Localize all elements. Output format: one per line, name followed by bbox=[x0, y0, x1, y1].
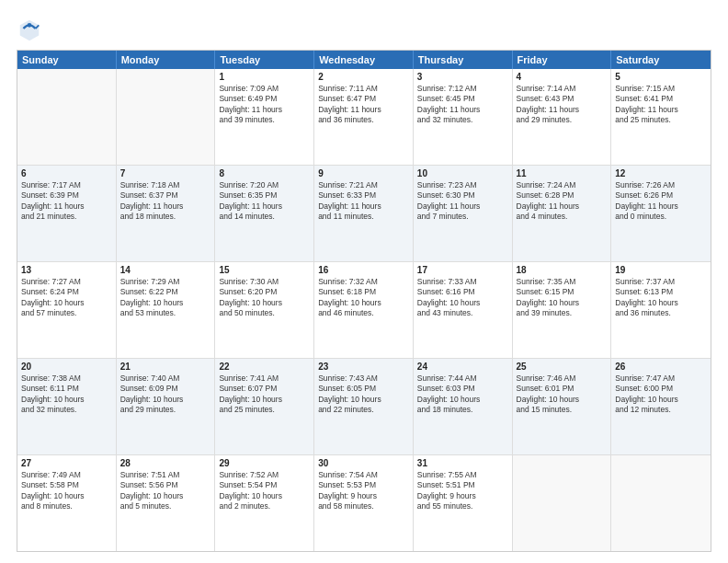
calendar-cell: 10Sunrise: 7:23 AMSunset: 6:30 PMDayligh… bbox=[414, 166, 513, 261]
calendar-cell: 21Sunrise: 7:40 AMSunset: 6:09 PMDayligh… bbox=[117, 359, 216, 454]
day-number: 2 bbox=[318, 72, 409, 82]
cell-info: Sunrise: 7:51 AMSunset: 5:56 PMDaylight:… bbox=[120, 470, 211, 512]
day-number: 10 bbox=[417, 168, 508, 178]
calendar-cell: 13Sunrise: 7:27 AMSunset: 6:24 PMDayligh… bbox=[17, 262, 117, 358]
calendar-cell: 19Sunrise: 7:37 AMSunset: 6:13 PMDayligh… bbox=[611, 262, 711, 358]
cell-info: Sunrise: 7:21 AMSunset: 6:33 PMDaylight:… bbox=[318, 180, 409, 223]
calendar-cell: 27Sunrise: 7:49 AMSunset: 5:58 PMDayligh… bbox=[17, 455, 117, 551]
calendar-cell: 15Sunrise: 7:30 AMSunset: 6:20 PMDayligh… bbox=[215, 262, 314, 358]
cell-info: Sunrise: 7:18 AMSunset: 6:37 PMDaylight:… bbox=[120, 180, 211, 223]
cell-info: Sunrise: 7:23 AMSunset: 6:30 PMDaylight:… bbox=[417, 180, 508, 223]
calendar-row: 6Sunrise: 7:17 AMSunset: 6:39 PMDaylight… bbox=[17, 166, 711, 262]
calendar-body: 1Sunrise: 7:09 AMSunset: 6:49 PMDaylight… bbox=[17, 69, 711, 551]
cell-info: Sunrise: 7:35 AMSunset: 6:15 PMDaylight:… bbox=[517, 277, 608, 319]
calendar-cell: 11Sunrise: 7:24 AMSunset: 6:28 PMDayligh… bbox=[513, 166, 612, 261]
calendar-cell: 5Sunrise: 7:15 AMSunset: 6:41 PMDaylight… bbox=[611, 69, 711, 165]
weekday-header: Friday bbox=[513, 51, 612, 69]
cell-info: Sunrise: 7:26 AMSunset: 6:26 PMDaylight:… bbox=[615, 180, 707, 223]
weekday-header: Thursday bbox=[414, 51, 513, 69]
calendar-row: 1Sunrise: 7:09 AMSunset: 6:49 PMDaylight… bbox=[17, 69, 711, 166]
cell-info: Sunrise: 7:38 AMSunset: 6:11 PMDaylight:… bbox=[21, 373, 112, 416]
calendar-header: SundayMondayTuesdayWednesdayThursdayFrid… bbox=[17, 51, 711, 69]
cell-info: Sunrise: 7:49 AMSunset: 5:58 PMDaylight:… bbox=[21, 470, 112, 512]
day-number: 16 bbox=[318, 265, 409, 275]
cell-info: Sunrise: 7:15 AMSunset: 6:41 PMDaylight:… bbox=[615, 84, 707, 126]
cell-info: Sunrise: 7:11 AMSunset: 6:47 PMDaylight:… bbox=[318, 84, 409, 126]
day-number: 23 bbox=[318, 362, 409, 372]
calendar-row: 27Sunrise: 7:49 AMSunset: 5:58 PMDayligh… bbox=[17, 455, 711, 551]
calendar-cell: 30Sunrise: 7:54 AMSunset: 5:53 PMDayligh… bbox=[314, 455, 414, 551]
day-number: 31 bbox=[417, 458, 508, 468]
day-number: 14 bbox=[120, 265, 211, 275]
cell-info: Sunrise: 7:44 AMSunset: 6:03 PMDaylight:… bbox=[417, 373, 508, 416]
day-number: 20 bbox=[21, 362, 112, 372]
calendar-cell: 20Sunrise: 7:38 AMSunset: 6:11 PMDayligh… bbox=[17, 359, 117, 454]
day-number: 17 bbox=[417, 265, 508, 275]
cell-info: Sunrise: 7:14 AMSunset: 6:43 PMDaylight:… bbox=[517, 84, 608, 126]
calendar-cell: 22Sunrise: 7:41 AMSunset: 6:07 PMDayligh… bbox=[215, 359, 314, 454]
calendar-row: 13Sunrise: 7:27 AMSunset: 6:24 PMDayligh… bbox=[17, 262, 711, 359]
calendar-cell: 1Sunrise: 7:09 AMSunset: 6:49 PMDaylight… bbox=[215, 69, 314, 165]
calendar-cell bbox=[513, 455, 612, 551]
svg-point-1 bbox=[28, 23, 32, 28]
calendar-cell: 24Sunrise: 7:44 AMSunset: 6:03 PMDayligh… bbox=[414, 359, 513, 454]
day-number: 18 bbox=[517, 265, 608, 275]
weekday-header: Sunday bbox=[17, 51, 117, 69]
day-number: 9 bbox=[318, 168, 409, 178]
cell-info: Sunrise: 7:43 AMSunset: 6:05 PMDaylight:… bbox=[318, 373, 409, 416]
day-number: 28 bbox=[120, 458, 211, 468]
day-number: 7 bbox=[120, 168, 211, 178]
day-number: 27 bbox=[21, 458, 112, 468]
calendar-cell: 31Sunrise: 7:55 AMSunset: 5:51 PMDayligh… bbox=[414, 455, 513, 551]
calendar-cell: 16Sunrise: 7:32 AMSunset: 6:18 PMDayligh… bbox=[314, 262, 414, 358]
cell-info: Sunrise: 7:47 AMSunset: 6:00 PMDaylight:… bbox=[615, 373, 707, 416]
day-number: 8 bbox=[219, 168, 310, 178]
calendar-cell: 6Sunrise: 7:17 AMSunset: 6:39 PMDaylight… bbox=[17, 166, 117, 261]
calendar: SundayMondayTuesdayWednesdayThursdayFrid… bbox=[17, 50, 711, 552]
day-number: 13 bbox=[21, 265, 112, 275]
calendar-cell: 17Sunrise: 7:33 AMSunset: 6:16 PMDayligh… bbox=[414, 262, 513, 358]
calendar-cell: 29Sunrise: 7:52 AMSunset: 5:54 PMDayligh… bbox=[215, 455, 314, 551]
cell-info: Sunrise: 7:29 AMSunset: 6:22 PMDaylight:… bbox=[120, 277, 211, 319]
calendar-cell bbox=[611, 455, 711, 551]
day-number: 26 bbox=[615, 362, 707, 372]
weekday-header: Monday bbox=[117, 51, 216, 69]
cell-info: Sunrise: 7:41 AMSunset: 6:07 PMDaylight:… bbox=[219, 373, 310, 416]
calendar-cell: 25Sunrise: 7:46 AMSunset: 6:01 PMDayligh… bbox=[513, 359, 612, 454]
cell-info: Sunrise: 7:54 AMSunset: 5:53 PMDaylight:… bbox=[318, 470, 409, 512]
calendar-cell: 12Sunrise: 7:26 AMSunset: 6:26 PMDayligh… bbox=[611, 166, 711, 261]
day-number: 19 bbox=[615, 265, 707, 275]
cell-info: Sunrise: 7:30 AMSunset: 6:20 PMDaylight:… bbox=[219, 277, 310, 319]
logo bbox=[17, 17, 46, 42]
cell-info: Sunrise: 7:46 AMSunset: 6:01 PMDaylight:… bbox=[517, 373, 608, 416]
calendar-cell: 9Sunrise: 7:21 AMSunset: 6:33 PMDaylight… bbox=[314, 166, 414, 261]
day-number: 5 bbox=[615, 72, 707, 82]
calendar-cell: 18Sunrise: 7:35 AMSunset: 6:15 PMDayligh… bbox=[513, 262, 612, 358]
cell-info: Sunrise: 7:20 AMSunset: 6:35 PMDaylight:… bbox=[219, 180, 310, 223]
logo-icon bbox=[17, 17, 42, 42]
calendar-cell: 2Sunrise: 7:11 AMSunset: 6:47 PMDaylight… bbox=[314, 69, 414, 165]
day-number: 25 bbox=[517, 362, 608, 372]
calendar-row: 20Sunrise: 7:38 AMSunset: 6:11 PMDayligh… bbox=[17, 359, 711, 455]
cell-info: Sunrise: 7:24 AMSunset: 6:28 PMDaylight:… bbox=[517, 180, 608, 223]
day-number: 12 bbox=[615, 168, 707, 178]
cell-info: Sunrise: 7:09 AMSunset: 6:49 PMDaylight:… bbox=[219, 84, 310, 126]
calendar-cell: 3Sunrise: 7:12 AMSunset: 6:45 PMDaylight… bbox=[414, 69, 513, 165]
calendar-cell: 14Sunrise: 7:29 AMSunset: 6:22 PMDayligh… bbox=[117, 262, 216, 358]
calendar-cell: 26Sunrise: 7:47 AMSunset: 6:00 PMDayligh… bbox=[611, 359, 711, 454]
calendar-cell: 7Sunrise: 7:18 AMSunset: 6:37 PMDaylight… bbox=[117, 166, 216, 261]
day-number: 29 bbox=[219, 458, 310, 468]
weekday-header: Saturday bbox=[611, 51, 711, 69]
day-number: 1 bbox=[219, 72, 310, 82]
calendar-cell: 4Sunrise: 7:14 AMSunset: 6:43 PMDaylight… bbox=[513, 69, 612, 165]
cell-info: Sunrise: 7:37 AMSunset: 6:13 PMDaylight:… bbox=[615, 277, 707, 319]
day-number: 30 bbox=[318, 458, 409, 468]
day-number: 22 bbox=[219, 362, 310, 372]
cell-info: Sunrise: 7:55 AMSunset: 5:51 PMDaylight:… bbox=[417, 470, 508, 512]
cell-info: Sunrise: 7:17 AMSunset: 6:39 PMDaylight:… bbox=[21, 180, 112, 223]
calendar-cell bbox=[117, 69, 216, 165]
cell-info: Sunrise: 7:52 AMSunset: 5:54 PMDaylight:… bbox=[219, 470, 310, 512]
calendar-cell bbox=[17, 69, 117, 165]
cell-info: Sunrise: 7:27 AMSunset: 6:24 PMDaylight:… bbox=[21, 277, 112, 319]
weekday-header: Wednesday bbox=[314, 51, 414, 69]
